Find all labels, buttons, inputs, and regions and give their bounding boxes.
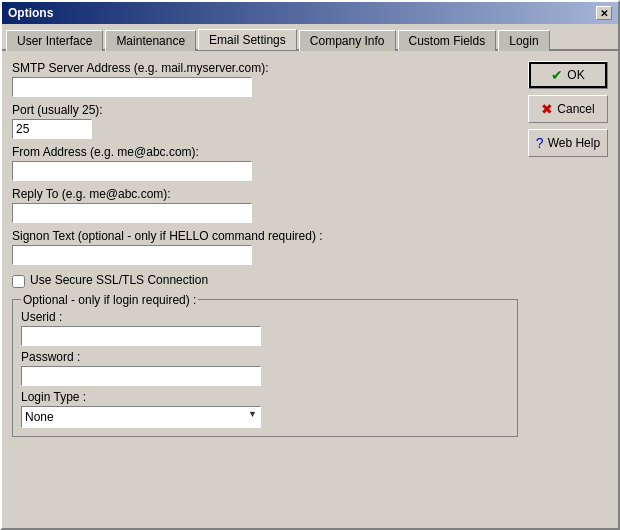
port-label: Port (usually 25): <box>12 103 518 117</box>
question-icon: ? <box>536 135 544 151</box>
replyto-field-group: Reply To (e.g. me@abc.com): <box>12 187 518 223</box>
window-title: Options <box>8 6 53 20</box>
smtp-label: SMTP Server Address (e.g. mail.myserver.… <box>12 61 518 75</box>
replyto-label: Reply To (e.g. me@abc.com): <box>12 187 518 201</box>
password-label: Password : <box>21 350 509 364</box>
group-legend: Optional - only if login required) : <box>21 293 198 307</box>
login-type-field-group: Login Type : None LOGIN PLAIN CRAM-MD5 <box>21 390 509 428</box>
from-input[interactable] <box>12 161 252 181</box>
login-type-label: Login Type : <box>21 390 509 404</box>
ssl-label: Use Secure SSL/TLS Connection <box>30 273 208 287</box>
password-field-group: Password : <box>21 350 509 386</box>
options-window: Options ✕ User Interface Maintenance Ema… <box>0 0 620 530</box>
tab-user-interface[interactable]: User Interface <box>6 30 103 51</box>
ok-button[interactable]: ✔ OK <box>528 61 608 89</box>
cancel-label: Cancel <box>557 102 594 116</box>
check-icon: ✔ <box>551 67 563 83</box>
group-inner: Userid : Password : Login Type : None LO… <box>21 310 509 428</box>
x-icon: ✖ <box>541 101 553 117</box>
signon-field-group: Signon Text (optional - only if HELLO co… <box>12 229 518 265</box>
smtp-field-group: SMTP Server Address (e.g. mail.myserver.… <box>12 61 518 97</box>
close-button[interactable]: ✕ <box>596 6 612 20</box>
tab-maintenance[interactable]: Maintenance <box>105 30 196 51</box>
web-help-label: Web Help <box>548 136 600 150</box>
tab-company-info[interactable]: Company Info <box>299 30 396 51</box>
tab-custom-fields[interactable]: Custom Fields <box>398 30 497 51</box>
ssl-checkbox-row: Use Secure SSL/TLS Connection <box>12 273 518 289</box>
replyto-input[interactable] <box>12 203 252 223</box>
from-label: From Address (e.g. me@abc.com): <box>12 145 518 159</box>
login-type-select[interactable]: None LOGIN PLAIN CRAM-MD5 <box>21 406 261 428</box>
web-help-button[interactable]: ? Web Help <box>528 129 608 157</box>
userid-input[interactable] <box>21 326 261 346</box>
login-group-box: Optional - only if login required) : Use… <box>12 299 518 437</box>
password-input[interactable] <box>21 366 261 386</box>
userid-field-group: Userid : <box>21 310 509 346</box>
port-input[interactable] <box>12 119 92 139</box>
content-area: SMTP Server Address (e.g. mail.myserver.… <box>2 51 618 528</box>
tab-email-settings[interactable]: Email Settings <box>198 29 297 50</box>
tab-login[interactable]: Login <box>498 30 549 51</box>
signon-input[interactable] <box>12 245 252 265</box>
userid-label: Userid : <box>21 310 509 324</box>
smtp-input[interactable] <box>12 77 252 97</box>
tabs-row: User Interface Maintenance Email Setting… <box>2 24 618 51</box>
ok-label: OK <box>567 68 584 82</box>
main-panel: SMTP Server Address (e.g. mail.myserver.… <box>12 61 518 518</box>
cancel-button[interactable]: ✖ Cancel <box>528 95 608 123</box>
title-bar: Options ✕ <box>2 2 618 24</box>
side-buttons: ✔ OK ✖ Cancel ? Web Help <box>528 61 608 518</box>
login-type-select-wrapper: None LOGIN PLAIN CRAM-MD5 <box>21 406 261 428</box>
ssl-checkbox[interactable] <box>12 275 25 288</box>
from-field-group: From Address (e.g. me@abc.com): <box>12 145 518 181</box>
signon-label: Signon Text (optional - only if HELLO co… <box>12 229 518 243</box>
port-field-group: Port (usually 25): <box>12 103 518 139</box>
